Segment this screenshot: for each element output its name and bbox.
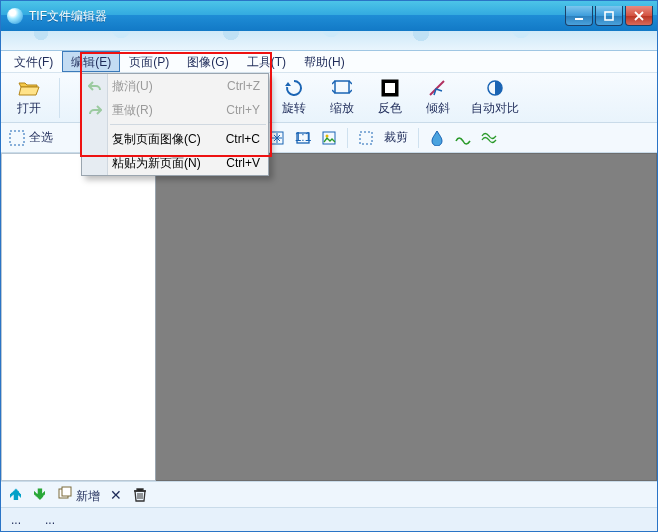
close-button[interactable] — [625, 6, 653, 26]
menu-edit[interactable]: 编辑(E) — [62, 51, 120, 72]
status-ellipsis-1: ... — [11, 513, 21, 527]
svg-rect-6 — [10, 131, 24, 145]
menu-paste-as-new-page[interactable]: 粘贴为新页面(N) Ctrl+V — [82, 151, 268, 175]
svg-rect-15 — [62, 487, 71, 496]
rotate-button[interactable]: 旋转 — [272, 76, 316, 120]
add-label: 新增 — [76, 489, 100, 503]
invert-label: 反色 — [378, 100, 402, 117]
folder-open-icon — [18, 79, 40, 97]
menu-page[interactable]: 页面(P) — [120, 51, 178, 72]
main-toolbar: 打开 旋转 缩放 反色 倾斜 — [1, 73, 657, 123]
zoom-label: 缩放 — [330, 100, 354, 117]
rotate-icon — [283, 79, 305, 97]
menu-file[interactable]: 文件(F) — [5, 51, 62, 72]
undo-shortcut: Ctrl+Z — [227, 79, 260, 93]
menu-tools[interactable]: 工具(T) — [238, 51, 295, 72]
move-up-button[interactable]: 🡹 — [9, 487, 23, 503]
marquee-icon[interactable] — [358, 130, 374, 146]
trash-button[interactable] — [132, 487, 148, 503]
status-ellipsis-2: ... — [45, 513, 55, 527]
move-down-button[interactable]: 🡻 — [33, 487, 47, 503]
svg-text:1:1: 1:1 — [295, 130, 311, 144]
menu-undo: 撤消(U) Ctrl+Z — [82, 74, 268, 98]
svg-point-12 — [326, 134, 329, 137]
app-icon — [7, 8, 23, 24]
redo-label: 重做(R) — [112, 102, 153, 119]
svg-rect-2 — [335, 81, 349, 93]
minimize-button[interactable] — [565, 6, 593, 26]
select-all-button[interactable]: 全选 — [9, 129, 53, 146]
open-button[interactable]: 打开 — [7, 76, 51, 120]
skew-button[interactable]: 倾斜 — [416, 76, 460, 120]
auto-contrast-label: 自动对比 — [471, 100, 519, 117]
toolbar2-sep-2 — [418, 128, 419, 148]
window-title: TIF文件编辑器 — [29, 8, 563, 25]
workspace — [1, 153, 657, 481]
toolbar-sep — [59, 78, 60, 118]
copy-page-image-shortcut: Ctrl+C — [226, 132, 260, 146]
invert-icon — [379, 79, 401, 97]
paste-as-new-page-shortcut: Ctrl+V — [226, 156, 260, 170]
menu-image[interactable]: 图像(G) — [178, 51, 237, 72]
select-all-label: 全选 — [29, 129, 53, 146]
svg-rect-4 — [385, 83, 395, 93]
window-buttons — [563, 6, 653, 26]
undo-icon — [87, 78, 103, 94]
svg-rect-0 — [575, 18, 583, 20]
select-all-icon — [9, 130, 25, 146]
delete-button[interactable]: ✕ — [110, 487, 122, 503]
thumbnail-panel[interactable] — [1, 153, 156, 481]
svg-rect-1 — [605, 12, 613, 20]
skew-label: 倾斜 — [426, 100, 450, 117]
menu-redo: 重做(R) Ctrl+Y — [82, 98, 268, 122]
menu-help[interactable]: 帮助(H) — [295, 51, 354, 72]
zoom-icon — [331, 79, 353, 97]
title-bar: TIF文件编辑器 — [1, 1, 657, 31]
app-window: TIF文件编辑器 文件(F) 编辑(E) 页面(P) 图像(G) 工具(T) 帮… — [0, 0, 658, 532]
auto-contrast-button[interactable]: 自动对比 — [464, 76, 526, 120]
menu-bar: 文件(F) 编辑(E) 页面(P) 图像(G) 工具(T) 帮助(H) — [1, 51, 657, 73]
toolbar2-sep-1 — [347, 128, 348, 148]
fit-arrows-icon[interactable] — [269, 130, 285, 146]
dropdown-sep — [110, 124, 266, 125]
redo-icon — [87, 102, 103, 118]
undo-label: 撤消(U) — [112, 78, 153, 95]
copy-page-image-label: 复制页面图像(C) — [112, 131, 201, 148]
one-to-one-icon[interactable]: 1:1 — [295, 130, 311, 146]
crop-button[interactable]: 裁剪 — [384, 129, 408, 146]
status-bar: 🡹 🡻 新增 ✕ — [1, 481, 657, 507]
menu-copy-page-image[interactable]: 复制页面图像(C) Ctrl+C — [82, 127, 268, 151]
redo-shortcut: Ctrl+Y — [226, 103, 260, 117]
open-label: 打开 — [17, 100, 41, 117]
auto-contrast-icon — [484, 79, 506, 97]
maximize-button[interactable] — [595, 6, 623, 26]
canvas-area[interactable] — [156, 153, 657, 481]
ribbon-decoration — [1, 31, 657, 51]
wave-icon-1[interactable] — [455, 130, 471, 146]
paste-as-new-page-label: 粘贴为新页面(N) — [112, 155, 201, 172]
skew-icon — [427, 79, 449, 97]
add-button[interactable]: 新增 — [57, 485, 100, 505]
svg-rect-13 — [360, 132, 372, 144]
copy-stack-icon — [57, 485, 73, 501]
rotate-label: 旋转 — [282, 100, 306, 117]
fit-image-icon[interactable] — [321, 130, 337, 146]
wave-icon-2[interactable] — [481, 130, 497, 146]
droplet-icon[interactable] — [429, 130, 445, 146]
status-bar-2: ... ... — [1, 507, 657, 531]
crop-label: 裁剪 — [384, 129, 408, 146]
invert-button[interactable]: 反色 — [368, 76, 412, 120]
zoom-button[interactable]: 缩放 — [320, 76, 364, 120]
edit-dropdown: 撤消(U) Ctrl+Z 重做(R) Ctrl+Y 复制页面图像(C) Ctrl… — [81, 73, 269, 176]
svg-rect-11 — [323, 132, 335, 144]
